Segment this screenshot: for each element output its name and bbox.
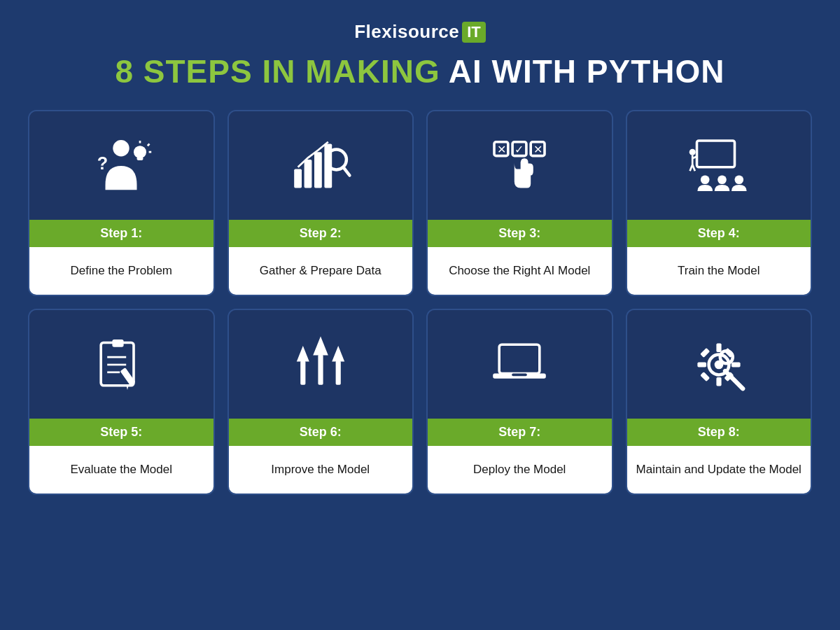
- step-card-7: Step 7:Deploy the Model: [426, 309, 613, 495]
- step-description-5: Evaluate the Model: [29, 446, 214, 493]
- svg-line-26: [692, 164, 695, 171]
- svg-rect-55: [700, 372, 710, 382]
- step-icon-area-1: ?: [29, 111, 214, 220]
- step-card-6: Step 6:Improve the Model: [227, 309, 414, 495]
- step-card-1: ? Step 1:Define the Problem: [28, 110, 215, 296]
- svg-line-5: [148, 144, 150, 146]
- step-description-3: Choose the Right AI Model: [428, 247, 612, 295]
- svg-point-2: [134, 146, 146, 158]
- svg-rect-38: [300, 360, 305, 384]
- svg-point-12: [330, 153, 342, 164]
- step-icon-area-8: [627, 310, 811, 419]
- svg-point-27: [701, 175, 710, 184]
- step-label-5: Step 5:: [29, 419, 214, 446]
- svg-marker-39: [313, 336, 328, 355]
- svg-point-22: [689, 148, 695, 155]
- step-icon-area-3: ✕ ✓ ✕: [428, 111, 612, 220]
- step-icon-area-2: [229, 111, 413, 220]
- svg-point-28: [718, 175, 727, 184]
- step-description-6: Improve the Model: [229, 446, 413, 493]
- svg-rect-31: [113, 340, 124, 347]
- step-card-3: ✕ ✓ ✕ Step 3:Choose the Right AI Model: [426, 110, 613, 296]
- svg-text:✕: ✕: [533, 143, 542, 155]
- svg-rect-9: [314, 152, 322, 188]
- header: Flexisource IT 8 STEPS IN MAKING AI WITH…: [115, 21, 724, 90]
- svg-point-29: [734, 175, 743, 184]
- step-icon-area-4: [627, 111, 811, 220]
- svg-marker-41: [332, 346, 344, 362]
- svg-rect-8: [304, 160, 312, 188]
- svg-text:✕: ✕: [497, 143, 506, 155]
- step-label-2: Step 2:: [229, 220, 413, 247]
- logo-text: Flexisource: [354, 21, 459, 43]
- step-card-2: Step 2:Gather & Prepare Data: [227, 110, 414, 296]
- svg-marker-37: [297, 346, 309, 362]
- svg-text:?: ?: [97, 153, 108, 172]
- step-label-8: Step 8:: [627, 419, 811, 446]
- svg-marker-36: [126, 384, 129, 389]
- logo-badge: IT: [462, 22, 486, 43]
- svg-rect-40: [318, 354, 323, 384]
- step-label-6: Step 6:: [229, 419, 413, 446]
- svg-line-13: [343, 167, 349, 175]
- step-icon-area-7: [428, 310, 612, 419]
- step-description-4: Train the Model: [627, 247, 811, 295]
- svg-rect-42: [335, 360, 340, 384]
- svg-point-0: [113, 140, 130, 156]
- svg-rect-53: [700, 347, 710, 357]
- step-icon-area-6: [229, 310, 413, 419]
- step-description-7: Deploy the Model: [428, 446, 612, 493]
- svg-rect-49: [716, 343, 721, 352]
- svg-rect-20: [521, 161, 524, 171]
- step-label-1: Step 1:: [29, 220, 214, 247]
- svg-rect-3: [137, 157, 144, 160]
- svg-text:✓: ✓: [514, 143, 524, 155]
- svg-rect-46: [512, 373, 527, 376]
- svg-rect-51: [697, 362, 706, 367]
- svg-rect-44: [502, 346, 537, 370]
- step-label-7: Step 7:: [428, 419, 612, 446]
- main-title: 8 STEPS IN MAKING AI WITH PYTHON: [115, 52, 724, 90]
- step-icon-area-5: [29, 310, 214, 419]
- step-description-1: Define the Problem: [29, 247, 214, 295]
- svg-rect-52: [732, 362, 741, 367]
- title-white-part: AI WITH PYTHON: [449, 53, 725, 90]
- svg-rect-7: [294, 169, 302, 188]
- svg-rect-21: [696, 141, 734, 167]
- step-description-2: Gather & Prepare Data: [229, 247, 413, 295]
- logo: Flexisource IT: [354, 21, 486, 43]
- step-label-4: Step 4:: [627, 220, 811, 247]
- step-card-5: Step 5:Evaluate the Model: [28, 309, 215, 495]
- steps-grid: ? Step 1:Define the Problem Step 2:Gathe…: [28, 110, 812, 495]
- step-description-8: Maintain and Update the Model: [627, 446, 811, 493]
- step-card-8: Step 8:Maintain and Update the Model: [626, 309, 813, 495]
- step-label-3: Step 3:: [428, 220, 612, 247]
- step-card-4: Step 4:Train the Model: [626, 110, 813, 296]
- title-green: 8 STEPS IN MAKING: [115, 53, 440, 90]
- svg-rect-50: [716, 377, 721, 386]
